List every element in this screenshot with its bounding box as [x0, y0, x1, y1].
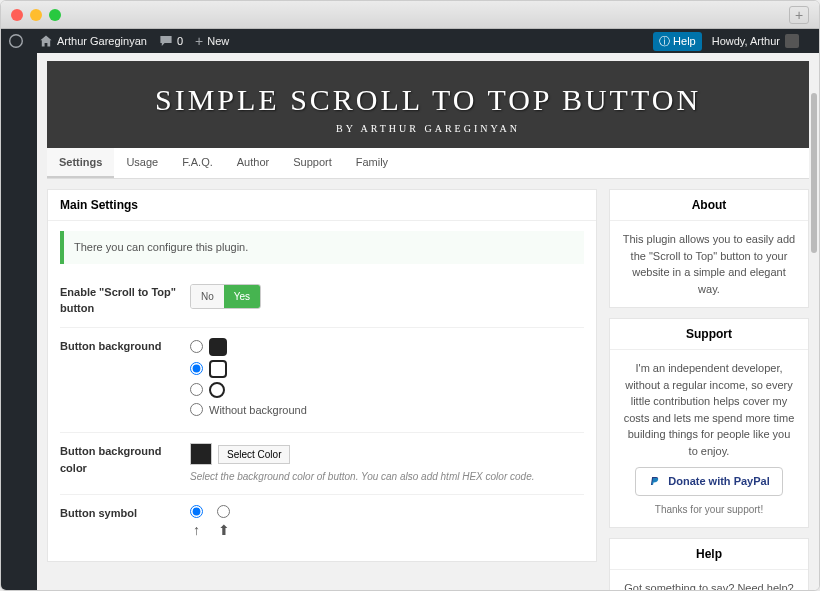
- tab-usage[interactable]: Usage: [114, 148, 170, 178]
- paypal-icon: [648, 474, 662, 488]
- help-button[interactable]: ⓘHelp: [653, 32, 702, 51]
- tab-author[interactable]: Author: [225, 148, 281, 178]
- main-settings-box: Main Settings There you can configure th…: [47, 189, 597, 562]
- plugin-banner: SIMPLE SCROLL TO TOP BUTTON BY ARTHUR GA…: [47, 61, 809, 148]
- help-box: Help Got something to say? Need help?: [609, 538, 809, 592]
- support-heading: Support: [610, 319, 808, 350]
- swatch-circle-icon: [209, 382, 225, 398]
- tab-support[interactable]: Support: [281, 148, 344, 178]
- tab-family[interactable]: Family: [344, 148, 400, 178]
- plugin-tabs: Settings Usage F.A.Q. Author Support Fam…: [47, 148, 809, 179]
- new-tab-button[interactable]: +: [789, 6, 809, 24]
- about-heading: About: [610, 190, 808, 221]
- svg-point-0: [10, 35, 23, 48]
- bg-option-outline[interactable]: [190, 360, 584, 378]
- about-box: About This plugin allows you to easily a…: [609, 189, 809, 308]
- enable-toggle[interactable]: No Yes: [190, 284, 261, 309]
- comments-link[interactable]: 0: [159, 34, 183, 48]
- scrollbar[interactable]: [811, 93, 817, 253]
- symbol-option-2[interactable]: ⬆: [217, 505, 230, 541]
- minimize-window-icon[interactable]: [30, 9, 42, 21]
- bg-option-circle[interactable]: [190, 382, 584, 398]
- select-color-button[interactable]: Select Color: [218, 445, 290, 464]
- swatch-outline-icon: [209, 360, 227, 378]
- titlebar: +: [1, 1, 819, 29]
- arrow-up-icon: ↑: [193, 520, 200, 541]
- toggle-no[interactable]: No: [191, 285, 224, 308]
- bgcolor-label: Button background color: [60, 443, 190, 484]
- thanks-text: Thanks for your support!: [622, 502, 796, 517]
- site-name-link[interactable]: Arthur Gareginyan: [39, 34, 147, 48]
- content-area: SIMPLE SCROLL TO TOP BUTTON BY ARTHUR GA…: [37, 53, 819, 591]
- background-label: Button background: [60, 338, 190, 423]
- help-heading: Help: [610, 539, 808, 570]
- support-text: I'm an independent developer, without a …: [622, 360, 796, 459]
- avatar: [785, 34, 799, 48]
- donate-paypal-button[interactable]: Donate with PayPal: [635, 467, 782, 496]
- plugin-title: SIMPLE SCROLL TO TOP BUTTON: [57, 83, 799, 117]
- maximize-window-icon[interactable]: [49, 9, 61, 21]
- main-settings-heading: Main Settings: [48, 190, 596, 221]
- symbol-option-1[interactable]: ↑: [190, 505, 203, 541]
- new-content-link[interactable]: +New: [195, 33, 229, 49]
- config-notice: There you can configure this plugin.: [60, 231, 584, 264]
- howdy-user[interactable]: Howdy, Arthur: [712, 34, 799, 48]
- wp-logo-icon[interactable]: [9, 34, 27, 48]
- help-text: Got something to say? Need help?: [610, 570, 808, 592]
- about-text: This plugin allows you to easily add the…: [610, 221, 808, 307]
- arrow-up-bold-icon: ⬆: [218, 520, 230, 541]
- bg-option-none[interactable]: Without background: [190, 402, 584, 419]
- swatch-black-icon: [209, 338, 227, 356]
- color-preview: [190, 443, 212, 465]
- toggle-yes[interactable]: Yes: [224, 285, 260, 308]
- admin-sidebar[interactable]: [1, 53, 37, 591]
- bg-option-black[interactable]: [190, 338, 584, 356]
- browser-window: + Arthur Gareginyan 0 +New ⓘHelp Howdy, …: [0, 0, 820, 591]
- close-window-icon[interactable]: [11, 9, 23, 21]
- symbol-label: Button symbol: [60, 505, 190, 541]
- bgcolor-desc: Select the background color of button. Y…: [190, 469, 584, 484]
- wp-adminbar: Arthur Gareginyan 0 +New ⓘHelp Howdy, Ar…: [1, 29, 819, 53]
- enable-label: Enable "Scroll to Top" button: [60, 284, 190, 317]
- tab-settings[interactable]: Settings: [47, 148, 114, 178]
- plugin-byline: BY ARTHUR GAREGINYAN: [57, 123, 799, 134]
- tab-faq[interactable]: F.A.Q.: [170, 148, 225, 178]
- support-box: Support I'm an independent developer, wi…: [609, 318, 809, 528]
